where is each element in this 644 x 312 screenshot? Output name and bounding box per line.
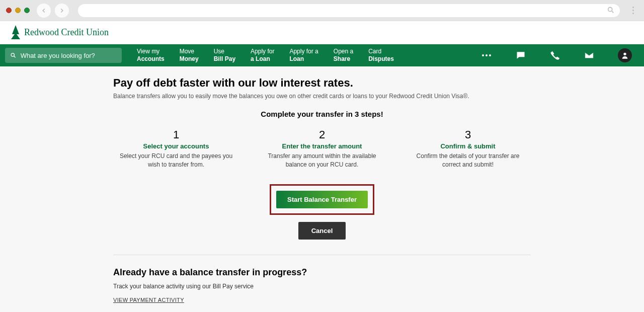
nav-view-accounts[interactable]: View myAccounts — [137, 48, 165, 63]
arrow-right-icon — [58, 7, 65, 14]
brand-header: Redwood Credit Union — [0, 21, 644, 44]
highlight-frame: Start Balance Transfer — [270, 184, 374, 215]
steps-row: 1 Select your accounts Select your RCU c… — [113, 128, 531, 169]
in-progress-heading: Already have a balance transfer in progr… — [113, 267, 531, 278]
step-1: 1 Select your accounts Select your RCU c… — [113, 128, 239, 169]
nav-items: View myAccounts MoveMoney UseBill Pay Ap… — [137, 48, 394, 63]
arrow-left-icon — [40, 7, 47, 14]
back-button[interactable] — [37, 4, 51, 18]
steps-heading: Complete your transfer in 3 steps! — [113, 110, 531, 118]
browser-chrome — [0, 0, 644, 21]
svg-point-2 — [623, 53, 626, 55]
messages-button[interactable] — [515, 50, 526, 61]
step-3: 3 Confirm & submit Confirm the details o… — [405, 128, 531, 169]
nav-apply-loan-2[interactable]: Apply for aLoan — [289, 48, 318, 63]
step-desc: Transfer any amount within the available… — [259, 152, 385, 169]
start-balance-transfer-button[interactable]: Start Balance Transfer — [276, 191, 368, 208]
page-title: Pay off debt faster with our low interes… — [113, 76, 531, 90]
maximize-window[interactable] — [24, 8, 30, 13]
minimize-window[interactable] — [15, 8, 21, 13]
step-number: 2 — [259, 128, 385, 141]
view-payment-activity-link[interactable]: VIEW PAYMENT ACTIVITY — [113, 297, 184, 303]
brand-logo[interactable]: Redwood Credit Union — [10, 25, 109, 40]
step-desc: Confirm the details of your transfer are… — [405, 152, 531, 169]
person-icon — [621, 51, 629, 59]
chat-icon — [516, 50, 526, 60]
profile-button[interactable] — [618, 48, 632, 62]
main-nav: View myAccounts MoveMoney UseBill Pay Ap… — [0, 44, 644, 66]
page-subtitle: Balance transfers allow you to easily mo… — [113, 93, 531, 100]
step-name: Select your accounts — [113, 142, 239, 150]
step-name: Confirm & submit — [405, 142, 531, 150]
mail-button[interactable] — [584, 50, 595, 61]
cta-area: Start Balance Transfer Cancel — [113, 184, 531, 240]
step-number: 1 — [113, 128, 239, 141]
step-number: 3 — [405, 128, 531, 141]
page-body: Pay off debt faster with our low interes… — [0, 66, 644, 312]
site-search[interactable] — [5, 48, 122, 63]
cancel-button[interactable]: Cancel — [298, 222, 346, 240]
close-window[interactable] — [6, 8, 12, 13]
window-controls — [6, 8, 30, 13]
forward-button[interactable] — [55, 4, 69, 18]
nav-apply-loan-1[interactable]: Apply fora Loan — [251, 48, 274, 63]
nav-card-disputes[interactable]: CardDisputes — [368, 48, 394, 63]
call-button[interactable] — [549, 50, 560, 61]
step-name: Enter the transfer amount — [259, 142, 385, 150]
in-progress-sub: Track your balance activity using our Bi… — [113, 283, 531, 290]
url-bar[interactable] — [78, 4, 620, 17]
browser-menu[interactable] — [628, 7, 638, 14]
more-menu[interactable] — [481, 50, 492, 61]
ellipsis-icon — [482, 54, 491, 56]
tree-icon — [10, 25, 21, 40]
search-input[interactable] — [21, 52, 117, 59]
search-icon — [607, 6, 615, 16]
phone-icon — [550, 50, 560, 60]
svg-point-1 — [11, 53, 14, 56]
step-desc: Select your RCU card and the payees you … — [113, 152, 239, 169]
mail-icon — [584, 50, 594, 60]
nav-move-money[interactable]: MoveMoney — [180, 48, 199, 63]
search-icon — [10, 52, 17, 59]
brand-name: Redwood Credit Union — [24, 27, 109, 38]
step-2: 2 Enter the transfer amount Transfer any… — [259, 128, 385, 169]
nav-bill-pay[interactable]: UseBill Pay — [214, 48, 235, 63]
svg-point-0 — [608, 7, 612, 11]
nav-right — [481, 48, 639, 62]
nav-open-share[interactable]: Open aShare — [334, 48, 353, 63]
content: Pay off debt faster with our low interes… — [113, 76, 531, 303]
divider — [113, 255, 531, 255]
